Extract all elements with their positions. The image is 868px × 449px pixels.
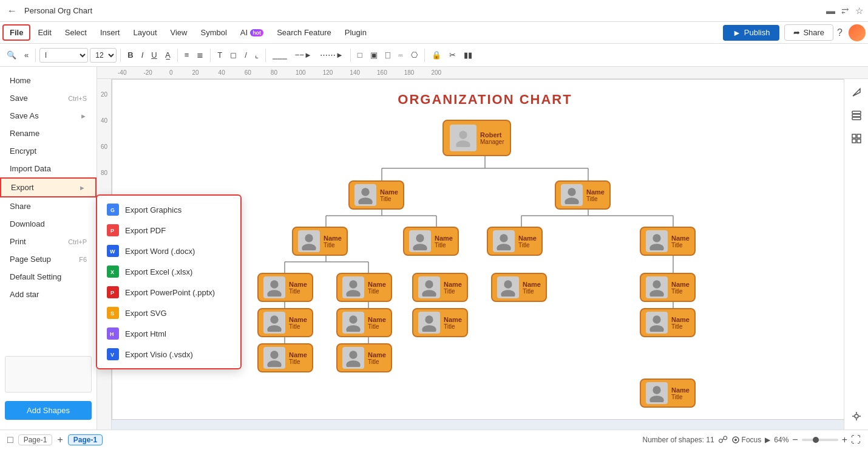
publish-button[interactable]: ► Publish <box>723 25 780 41</box>
line-style-3[interactable]: ⋯⋯► <box>317 49 347 61</box>
layout-icon[interactable]: ▮▮ <box>461 49 475 61</box>
layers-icon[interactable] <box>848 107 865 124</box>
export-excel-item[interactable]: X Export Excel (.xlsx) <box>97 261 240 282</box>
share-button[interactable]: ➦ Share <box>784 24 833 41</box>
layers-status-icon[interactable]: ☍ <box>718 434 728 445</box>
sidebar-item-save[interactable]: Save Ctrl+S <box>0 89 97 107</box>
shape-icon-2[interactable]: ▣ <box>367 49 381 61</box>
fullscreen-button[interactable]: ⛶ <box>851 434 861 445</box>
shape-icon-3[interactable]: ⎕ <box>382 49 393 61</box>
menu-item-file[interactable]: File <box>2 24 30 41</box>
bold-button[interactable]: B <box>124 49 136 61</box>
menu-item-plugin[interactable]: Plugin <box>339 26 373 39</box>
text-icon[interactable]: T <box>214 49 225 61</box>
export-graphics-item[interactable]: G Export Graphics <box>97 199 240 220</box>
l2-rr-node[interactable]: NameTitle <box>640 227 696 256</box>
search-toolbar-icon[interactable]: 🔍 <box>4 49 19 61</box>
active-page-tab[interactable]: Page-1 <box>68 434 103 445</box>
sidebar-item-page-setup[interactable]: Page Setup F6 <box>0 250 97 268</box>
italic-button[interactable]: I <box>138 49 147 61</box>
sidebar-item-save-as[interactable]: Save As ► <box>0 107 97 125</box>
l5-3[interactable]: NameTitle <box>640 379 696 408</box>
menu-item-layout[interactable]: Layout <box>127 26 163 39</box>
grid-icon[interactable] <box>848 130 865 147</box>
l5-2[interactable]: NameTitle <box>336 343 392 372</box>
align-left-button[interactable]: ≡ <box>181 49 192 61</box>
export-svg-item[interactable]: S Export SVG <box>97 303 240 323</box>
sidebar-item-share[interactable]: Share <box>0 197 97 215</box>
svg-point-71 <box>653 315 660 323</box>
paint-bucket-icon[interactable] <box>848 84 865 101</box>
layout-view-icon[interactable]: □ <box>7 434 13 445</box>
sidebar-item-encrypt[interactable]: Encrypt <box>0 142 97 160</box>
menu-item-symbol[interactable]: Symbol <box>194 26 232 39</box>
align-center-button[interactable]: ≣ <box>194 49 206 61</box>
erase-icon[interactable]: ◻ <box>227 49 240 61</box>
collapse-icon[interactable]: « <box>21 49 32 61</box>
menu-item-insert[interactable]: Insert <box>94 26 126 39</box>
l4-1[interactable]: NameTitle <box>257 308 313 337</box>
l4-2[interactable]: NameTitle <box>336 308 392 337</box>
zoom-out-button[interactable]: − <box>792 434 798 445</box>
menu-item-search-feature[interactable]: Search Feature <box>271 26 337 39</box>
l4-4[interactable]: NameTitle <box>640 308 696 337</box>
l1-right-node[interactable]: NameTitle <box>555 180 611 210</box>
export-html-item[interactable]: H Export Html <box>97 323 240 344</box>
sidebar-item-export[interactable]: Export ► <box>0 177 97 197</box>
page-tab[interactable]: Page-1 <box>18 434 53 445</box>
sidebar-item-import-data[interactable]: Import Data <box>0 160 97 177</box>
help-icon[interactable]: ? <box>837 27 843 38</box>
sidebar-item-add-star[interactable]: Add star <box>0 286 97 303</box>
star-icon[interactable]: ☆ <box>855 5 863 16</box>
minimize-icon[interactable]: ▬ <box>826 5 835 16</box>
underline-button[interactable]: U <box>148 49 160 61</box>
export-word-item[interactable]: W Export Word (.docx) <box>97 241 240 261</box>
l3-4[interactable]: NameTitle <box>491 273 547 302</box>
line-style-1[interactable]: ⎯⎯⎯ <box>270 49 290 61</box>
export-powerpoint-item[interactable]: P Export PowerPoint (.pptx) <box>97 282 240 303</box>
root-node[interactable]: Robert Manager <box>442 120 511 156</box>
l4-3[interactable]: NameTitle <box>412 308 468 337</box>
back-button[interactable]: ← <box>5 4 19 18</box>
l3-3[interactable]: NameTitle <box>412 273 468 302</box>
zoom-in-button[interactable]: + <box>842 434 847 445</box>
font-family-select[interactable]: l <box>39 48 88 63</box>
sidebar-item-rename[interactable]: Rename <box>0 125 97 142</box>
unlock-icon[interactable]: ✂ <box>446 49 459 61</box>
export-visio-item[interactable]: V Export Visio (.vsdx) <box>97 344 240 365</box>
avatar[interactable] <box>849 24 866 41</box>
focus-button[interactable]: Focus <box>731 436 762 444</box>
line-draw-icon[interactable]: / <box>242 49 250 61</box>
sidebar-item-print[interactable]: Print Ctrl+P <box>0 233 97 250</box>
sidebar-item-home[interactable]: Home <box>0 72 97 89</box>
l3-5[interactable]: NameTitle <box>640 273 696 302</box>
sidebar-item-download[interactable]: Download <box>0 215 97 233</box>
l2-lr-node[interactable]: NameTitle <box>403 227 459 256</box>
add-page-button[interactable]: + <box>57 434 63 445</box>
menu-item-select[interactable]: Select <box>59 26 93 39</box>
menu-item-view[interactable]: View <box>164 26 194 39</box>
sidebar-item-default-setting[interactable]: Default Setting <box>0 268 97 286</box>
l1-left-node[interactable]: NameTitle <box>348 180 404 210</box>
play-icon[interactable]: ▶ <box>765 436 770 444</box>
svg-point-74 <box>267 360 281 367</box>
l5-1[interactable]: NameTitle <box>257 343 313 372</box>
font-size-select[interactable]: 12 <box>90 48 117 63</box>
font-color-button[interactable]: A̲ <box>162 49 174 61</box>
settings-bottom-icon[interactable] <box>848 408 865 425</box>
popout-icon[interactable]: ⥂ <box>841 5 849 16</box>
menu-item-edit[interactable]: Edit <box>32 26 57 39</box>
connector-icon[interactable]: ⌞ <box>252 49 262 61</box>
l2-rl-node[interactable]: NameTitle <box>487 227 543 256</box>
l2-ll-node[interactable]: NameTitle <box>292 227 348 256</box>
line-style-2[interactable]: −−► <box>292 49 315 61</box>
l3-2[interactable]: NameTitle <box>336 273 392 302</box>
shape-icon-4[interactable]: ⎓ <box>395 49 406 61</box>
shape-icon-1[interactable]: □ <box>354 49 365 61</box>
lock-icon[interactable]: 🔒 <box>429 49 444 61</box>
shape-icon-5[interactable]: ⎔ <box>408 49 421 61</box>
l3-1[interactable]: NameTitle <box>257 273 313 302</box>
menu-item-ai[interactable]: AI hot <box>234 26 270 39</box>
export-pdf-item[interactable]: P Export PDF <box>97 220 240 241</box>
add-shapes-button[interactable]: Add Shapes <box>5 401 92 420</box>
